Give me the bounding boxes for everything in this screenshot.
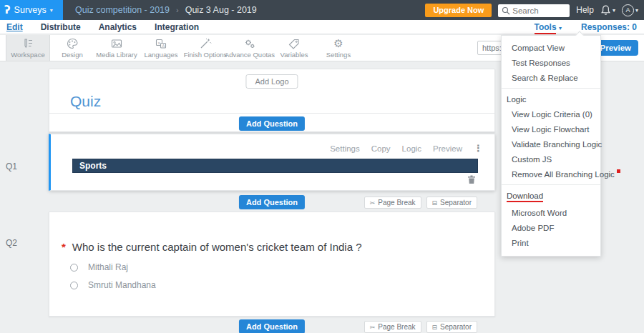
red-annotation-dot [617,169,620,173]
bell-icon [600,4,611,16]
toolbar-item-settings[interactable]: ⚙ Settings [316,35,361,61]
insert-row: Add Question ✂ Page Break ⊟ Separator [49,317,495,333]
question-card-q2[interactable]: * Who is the current captain of women's … [49,212,495,317]
toolbar-item-label: Variables [280,51,308,59]
responses-count: Responses: 0 [581,22,637,32]
toolbar-item-label: Advance Quotas [225,51,275,59]
download-header-label: Download [507,192,543,202]
add-question-button[interactable]: Add Question [239,116,305,131]
toolbar-item-workspace[interactable]: Workspace [6,35,50,61]
menu-item-print[interactable]: Print [502,235,600,250]
separator-button[interactable]: ⊟ Separator [426,197,477,209]
scissors-icon: ✂ [370,199,376,207]
menu-item-test-responses[interactable]: Test Responses [502,55,600,70]
answer-option[interactable]: Smruti Mandhana [70,280,156,290]
red-annotation-underline [535,33,556,34]
tab-analytics[interactable]: Analytics [99,22,137,32]
tools-menu-button[interactable]: Tools ▾ [535,22,562,32]
notifications-menu[interactable]: ▾ [600,4,615,16]
section-title-input[interactable]: Sports [72,159,478,173]
gear-icon: ⚙ [333,38,343,49]
page-break-button[interactable]: ✂ Page Break [364,197,421,209]
radio-button[interactable] [70,264,78,272]
top-bar: ʔ Surveys ▾ Quiz competition - 2019 › Qu… [0,0,644,20]
toolbar-item-media-library[interactable]: Media Library [94,35,139,61]
upgrade-now-button[interactable]: Upgrade Now [425,4,492,17]
page-break-button[interactable]: ✂ Page Break [364,321,421,333]
menu-item-compact-view[interactable]: Compact View [502,40,600,55]
preview-label: Preview [600,44,631,52]
menu-item-remove-all-branching-logic[interactable]: Remove All Branching Logic [502,166,600,182]
question-number-q2: Q2 [6,238,17,248]
option-label: Mithali Raj [88,262,128,272]
survey-title[interactable]: Quiz [70,93,101,110]
breadcrumb-current: Quiz 3 Aug - 2019 [185,5,257,15]
toolbar-item-finish-options[interactable]: Finish Options [183,35,228,61]
breadcrumb-separator-icon: › [176,6,179,14]
question-actions: Settings Copy Logic Preview ⋮ [330,143,483,154]
toolbar-item-design[interactable]: Design [50,35,94,61]
trash-icon [467,174,476,184]
tab-edit[interactable]: Edit [6,22,23,32]
scissors-icon: ✂ [370,324,376,331]
toolbar-item-label: Languages [144,51,177,59]
topbar-right: Upgrade Now Help ▾ A ▾ [425,4,644,17]
help-link[interactable]: Help [576,5,594,15]
question-settings-link[interactable]: Settings [330,144,360,153]
tab-integration[interactable]: Integration [155,22,199,32]
toolbar-item-label: Design [62,51,83,59]
add-logo-button[interactable]: Add Logo [245,74,298,89]
toolbar-item-languages[interactable]: xA Languages [139,35,183,61]
separator-icon: ⊟ [432,324,438,331]
divider [502,88,600,89]
question-copy-link[interactable]: Copy [371,144,391,153]
account-menu[interactable]: A ▾ [622,4,638,16]
menu-item-adobe-pdf[interactable]: Adobe PDF [502,220,600,235]
required-asterisk: * [62,241,66,253]
survey-header-card: Add Logo Quiz Add Question [49,69,495,132]
product-name: Surveys [14,5,47,15]
option-label: Smruti Mandhana [88,280,156,290]
magic-wand-icon [199,38,212,49]
tab-distribute[interactable]: Distribute [41,22,81,32]
menu-item-custom-js[interactable]: Custom JS [502,151,600,166]
separator-label: Separator [440,199,472,207]
toolbar-item-label: Settings [326,51,351,59]
question-logic-link[interactable]: Logic [402,144,422,153]
tag-icon [288,38,301,49]
question-card-q1[interactable]: Settings Copy Logic Preview ⋮ Sports [49,134,495,191]
add-question-button[interactable]: Add Question [239,195,305,209]
question-number-q1: Q1 [6,161,17,172]
radio-button[interactable] [70,282,78,289]
question-preview-link[interactable]: Preview [433,144,462,153]
svg-text:A: A [162,43,165,47]
menu-item-view-logic-criteria[interactable]: View Logic Criteria (0) [502,106,600,121]
search-wrap [498,4,570,17]
chevron-down-icon: ▾ [613,7,615,14]
search-icon [502,6,510,15]
page-break-label: Page Break [378,323,415,331]
menu-item-search-replace[interactable]: Search & Replace [502,70,600,85]
proprofs-logo-icon: ʔ [4,4,11,16]
tools-label: Tools [535,22,557,32]
menu-item-microsoft-word[interactable]: Microsoft Word [502,205,600,220]
menu-item-validate-branching-logic[interactable]: Validate Branching Logic [502,136,600,151]
separator-button[interactable]: ⊟ Separator [426,321,477,333]
insert-row: Add Question ✂ Page Break ⊟ Separator [49,193,495,211]
answer-option[interactable]: Mithali Raj [70,262,128,272]
toolbar-item-label: Finish Options [184,51,228,59]
breadcrumb-parent[interactable]: Quiz competition - 2019 [75,5,170,15]
toolbar-item-variables[interactable]: Variables [272,35,316,61]
question-text[interactable]: Who is the current captain of women's cr… [72,241,362,253]
svg-text:x: x [158,40,160,44]
add-question-button[interactable]: Add Question [239,319,305,333]
delete-question-button[interactable] [467,174,476,187]
product-switcher[interactable]: ʔ Surveys ▾ [0,0,63,20]
toolbar-item-label: Media Library [96,51,137,59]
page-break-label: Page Break [378,199,415,207]
toolbar-item-advance-quotas[interactable]: Advance Quotas [228,35,272,61]
menu-item-view-logic-flowchart[interactable]: View Logic Flowchart [502,121,600,136]
chevron-down-icon: ▾ [559,25,562,31]
more-options-icon[interactable]: ⋮ [474,143,483,154]
break-buttons: ✂ Page Break ⊟ Separator [364,197,477,209]
